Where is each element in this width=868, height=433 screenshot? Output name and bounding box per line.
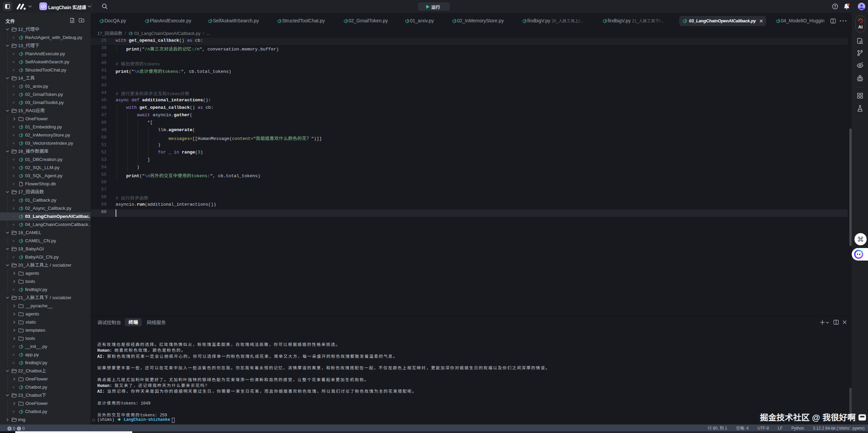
svg-text:?: ?: [834, 4, 836, 8]
